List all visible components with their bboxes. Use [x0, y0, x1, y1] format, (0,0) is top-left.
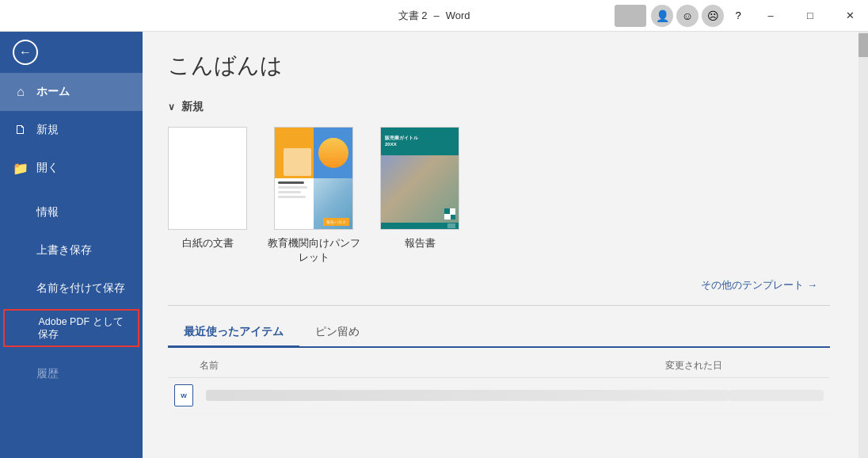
- sidebar-item-overwrite-save[interactable]: 上書き保存: [0, 231, 143, 269]
- template-blank-label: 白紙の文書: [182, 236, 234, 250]
- help-icon[interactable]: ?: [727, 5, 749, 27]
- template-report-label: 報告書: [405, 236, 436, 250]
- app-container: ← ⌂ ホーム 🗋 新規 📁 開く 情報 上書き保存 名前を付けて保存: [0, 32, 868, 458]
- doc-title: 文書 2: [398, 9, 428, 23]
- brochure-blue-cell: [314, 128, 352, 178]
- file-doc-icon: W: [174, 384, 193, 406]
- brochure-text-cell: [275, 178, 314, 229]
- sidebar-item-save-as[interactable]: 名前を付けて保存: [0, 269, 143, 307]
- col-icon-spacer: [174, 359, 200, 372]
- title-bar-center: 文書 2 – Word: [398, 9, 470, 23]
- home-icon: ⌂: [13, 85, 29, 99]
- template-edu-brochure[interactable]: 報告バロス 教育機関向けパンフレット: [266, 127, 361, 265]
- sidebar: ← ⌂ ホーム 🗋 新規 📁 開く 情報 上書き保存 名前を付けて保存: [0, 32, 143, 458]
- frown-icon[interactable]: ☹: [702, 5, 724, 27]
- sidebar-item-save-as-label: 名前を付けて保存: [36, 281, 125, 296]
- sidebar-item-home[interactable]: ⌂ ホーム: [0, 73, 143, 111]
- new-doc-icon: 🗋: [13, 123, 29, 137]
- sidebar-item-new-label: 新規: [36, 123, 59, 137]
- folder-icon: 📁: [13, 161, 29, 176]
- template-blank-thumb: [168, 127, 247, 230]
- sidebar-item-adobe-pdf[interactable]: Adobe PDF として保存: [3, 309, 139, 347]
- brochure-img-cell: 報告バロス: [314, 178, 352, 229]
- file-name-blurred: [206, 390, 729, 401]
- report-header: 販売業ガイトル20XX: [381, 128, 459, 155]
- templates-row: 白紙の文書: [168, 127, 830, 265]
- more-templates-anchor[interactable]: その他のテンプレート →: [701, 279, 817, 291]
- template-brochure-label: 教育機関向けパンフレット: [266, 236, 361, 265]
- sidebar-item-info-label: 情報: [36, 205, 59, 219]
- sidebar-item-history-label: 履歴: [36, 367, 59, 381]
- report-check: [444, 208, 455, 219]
- tab-recent[interactable]: 最近使ったアイテム: [168, 319, 299, 348]
- title-bar-right: 👤 ☺ ☹ ? – □ ✕: [615, 0, 868, 32]
- table-row[interactable]: W: [168, 378, 830, 414]
- scrollbar-thumb[interactable]: [858, 33, 868, 57]
- tabs-row: 最近使ったアイテム ピン留め: [168, 319, 830, 348]
- template-brochure-thumb: 報告バロス: [274, 127, 353, 230]
- main-content: こんばんは ∨ 新規 白紙の文書: [143, 32, 858, 458]
- divider: [168, 305, 830, 306]
- app-name: Word: [446, 10, 470, 21]
- tab-pinned[interactable]: ピン留め: [299, 319, 375, 348]
- report-image: [381, 155, 459, 223]
- smiley-icon[interactable]: ☺: [676, 5, 699, 27]
- maximize-button[interactable]: □: [792, 0, 828, 32]
- content-area: こんばんは ∨ 新規 白紙の文書: [143, 32, 855, 433]
- sidebar-item-info[interactable]: 情報: [0, 193, 143, 231]
- new-section-label: 新規: [181, 100, 204, 114]
- brochure-preview: 報告バロス: [275, 128, 352, 229]
- title-bar: 文書 2 – Word 👤 ☺ ☹ ? – □ ✕: [0, 0, 868, 32]
- sidebar-item-open-label: 開く: [36, 161, 59, 175]
- brochure-orange-cell: [275, 128, 314, 178]
- report-preview: 販売業ガイトル20XX: [381, 128, 459, 229]
- minimize-button[interactable]: –: [752, 0, 789, 32]
- template-report-thumb: 販売業ガイトル20XX: [380, 127, 459, 230]
- sidebar-item-adobe-pdf-label: Adobe PDF として保存: [38, 315, 125, 342]
- title-separator: –: [433, 10, 439, 21]
- col-name-header: 名前: [200, 359, 665, 372]
- template-report[interactable]: 販売業ガイトル20XX: [380, 127, 459, 250]
- more-templates-link[interactable]: その他のテンプレート →: [168, 277, 830, 292]
- table-header-row: 名前 変更された日: [168, 354, 830, 378]
- sidebar-back-button[interactable]: ←: [0, 32, 143, 73]
- user-avatar[interactable]: [615, 5, 646, 27]
- scrollbar-track[interactable]: [858, 32, 868, 458]
- sidebar-item-new[interactable]: 🗋 新規: [0, 111, 143, 149]
- sidebar-item-open[interactable]: 📁 開く: [0, 149, 143, 187]
- sidebar-item-home-label: ホーム: [36, 85, 70, 99]
- report-title-text: 販売業ガイトル20XX: [385, 135, 418, 147]
- files-table: 名前 変更された日 W: [168, 354, 830, 414]
- sidebar-item-overwrite-save-label: 上書き保存: [36, 243, 92, 258]
- back-circle-icon: ←: [13, 40, 38, 65]
- new-section-header: ∨ 新規: [168, 100, 830, 114]
- col-date-header: 変更された日: [665, 359, 824, 372]
- user-icon[interactable]: 👤: [651, 5, 673, 27]
- file-date-blurred: [729, 390, 824, 401]
- chevron-down-icon[interactable]: ∨: [168, 101, 175, 113]
- greeting-heading: こんばんは: [168, 51, 830, 81]
- sidebar-item-history: 履歴: [0, 355, 143, 393]
- close-button[interactable]: ✕: [832, 0, 868, 32]
- template-blank[interactable]: 白紙の文書: [168, 127, 247, 250]
